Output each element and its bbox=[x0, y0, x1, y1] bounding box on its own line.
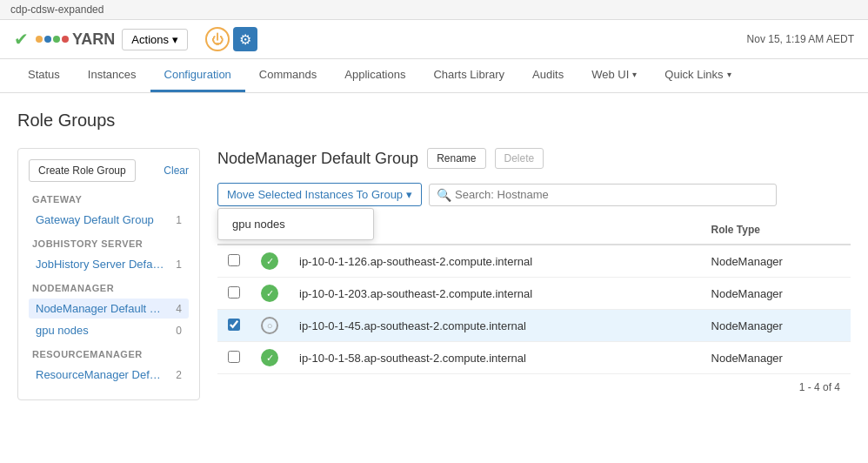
dot-4 bbox=[62, 36, 69, 43]
group-count: 1 bbox=[176, 214, 182, 226]
row-checkbox[interactable] bbox=[228, 351, 240, 363]
td-checkbox bbox=[217, 310, 250, 342]
header: ✔ YARN Actions ▾ ⏻ ⚙ Nov 15, 1:19 AM AED… bbox=[0, 20, 868, 59]
page-title: Role Groups bbox=[17, 111, 851, 131]
status-check-icon: ✔ bbox=[14, 29, 29, 50]
yarn-logo: YARN bbox=[36, 30, 115, 49]
group-name: NodeManager Default Group bbox=[36, 302, 166, 315]
th-role-type: Role Type bbox=[701, 215, 851, 245]
left-panel: Create Role Group Clear GATEWAY Gateway … bbox=[17, 148, 200, 400]
config-icon[interactable]: ⚙ bbox=[233, 27, 257, 51]
dot-2 bbox=[44, 36, 51, 43]
header-timestamp: Nov 15, 1:19 AM AEDT bbox=[747, 33, 854, 45]
right-panel: NodeManager Default Group Rename Delete … bbox=[217, 148, 851, 400]
search-box: 🔍 bbox=[429, 184, 777, 206]
td-role-type: NodeManager bbox=[701, 342, 851, 374]
toolbar: Move Selected Instances To Group ▾ 🔍 gpu… bbox=[217, 183, 851, 206]
status-icon-gray: ○ bbox=[261, 317, 278, 334]
td-role-type: NodeManager bbox=[701, 278, 851, 310]
group-count: 0 bbox=[176, 325, 182, 337]
tab-instances[interactable]: Instances bbox=[74, 59, 150, 92]
tab-web-ui[interactable]: Web UI ▾ bbox=[578, 59, 651, 92]
move-selected-button[interactable]: Move Selected Instances To Group ▾ bbox=[217, 183, 422, 206]
move-dropdown-menu: gpu nodes bbox=[217, 208, 374, 240]
dot-1 bbox=[36, 36, 43, 43]
power-icons: ⏻ ⚙ bbox=[205, 27, 257, 51]
group-item-resourcemanager-default[interactable]: ResourceManager Default Gr... 2 bbox=[29, 365, 189, 385]
table-row: ✓ ip-10-0-1-126.ap-southeast-2.compute.i… bbox=[217, 245, 851, 278]
yarn-text: YARN bbox=[72, 30, 115, 49]
yarn-icon bbox=[36, 36, 69, 43]
group-item-nodemanager-default[interactable]: NodeManager Default Group 4 bbox=[29, 299, 189, 319]
tab-quick-links[interactable]: Quick Links ▾ bbox=[651, 59, 744, 92]
clear-link[interactable]: Clear bbox=[164, 164, 189, 177]
power-icon[interactable]: ⏻ bbox=[205, 27, 230, 51]
group-name: Gateway Default Group bbox=[36, 213, 154, 226]
status-icon-green: ✓ bbox=[261, 285, 278, 302]
dot-3 bbox=[53, 36, 60, 43]
main-content: Role Groups Create Role Group Clear GATE… bbox=[0, 93, 868, 418]
top-bar: cdp-cdsw-expanded bbox=[0, 0, 868, 20]
row-checkbox[interactable] bbox=[228, 254, 240, 266]
section-header-jobhistory: JOBHISTORY SERVER bbox=[29, 238, 189, 249]
header-left: ✔ YARN Actions ▾ ⏻ ⚙ bbox=[14, 27, 747, 51]
section-header-nodemanager: NODEMANAGER bbox=[29, 283, 189, 293]
table-row: ✓ ip-10-0-1-58.ap-southeast-2.compute.in… bbox=[217, 342, 851, 374]
td-hostname: ip-10-0-1-126.ap-southeast-2.compute.int… bbox=[289, 245, 701, 278]
tab-audits[interactable]: Audits bbox=[518, 59, 578, 92]
td-hostname: ip-10-0-1-58.ap-southeast-2.compute.inte… bbox=[289, 342, 701, 374]
status-icon-green: ✓ bbox=[261, 349, 278, 366]
search-input[interactable] bbox=[455, 188, 769, 201]
table-row: ○ ip-10-0-1-45.ap-southeast-2.compute.in… bbox=[217, 310, 851, 342]
td-status: ✓ bbox=[250, 342, 289, 374]
group-name: gpu nodes bbox=[36, 324, 89, 337]
group-header: NodeManager Default Group Rename Delete bbox=[217, 148, 851, 169]
tab-configuration[interactable]: Configuration bbox=[150, 59, 245, 92]
status-icon-green: ✓ bbox=[261, 252, 278, 270]
group-item-gateway-default[interactable]: Gateway Default Group 1 bbox=[29, 210, 189, 230]
nav-tabs: Status Instances Configuration Commands … bbox=[0, 59, 868, 93]
tab-status[interactable]: Status bbox=[14, 59, 74, 92]
td-status: ○ bbox=[250, 310, 289, 342]
td-hostname: ip-10-0-1-45.ap-southeast-2.compute.inte… bbox=[289, 310, 701, 342]
td-checkbox bbox=[217, 245, 250, 278]
group-count: 2 bbox=[176, 369, 182, 381]
group-name: ResourceManager Default Gr... bbox=[36, 368, 166, 381]
section-header-gateway: GATEWAY bbox=[29, 194, 189, 205]
pagination: 1 - 4 of 4 bbox=[217, 374, 851, 400]
group-title: NodeManager Default Group bbox=[217, 150, 418, 168]
row-checkbox[interactable] bbox=[228, 319, 240, 331]
td-status: ✓ bbox=[250, 278, 289, 310]
td-role-type: NodeManager bbox=[701, 310, 851, 342]
left-panel-actions: Create Role Group Clear bbox=[29, 159, 189, 182]
tab-commands[interactable]: Commands bbox=[245, 59, 331, 92]
search-icon: 🔍 bbox=[437, 188, 451, 202]
rename-button[interactable]: Rename bbox=[427, 148, 485, 169]
dropdown-item-gpu-nodes[interactable]: gpu nodes bbox=[218, 212, 373, 236]
td-status: ✓ bbox=[250, 245, 289, 278]
table-row: ✓ ip-10-0-1-203.ap-southeast-2.compute.i… bbox=[217, 278, 851, 310]
role-groups-layout: Create Role Group Clear GATEWAY Gateway … bbox=[17, 148, 851, 400]
table-body: ✓ ip-10-0-1-126.ap-southeast-2.compute.i… bbox=[217, 245, 851, 374]
td-checkbox bbox=[217, 278, 250, 310]
group-count: 1 bbox=[176, 258, 182, 271]
section-header-resourcemanager: RESOURCEMANAGER bbox=[29, 349, 189, 359]
actions-button[interactable]: Actions ▾ bbox=[122, 29, 187, 50]
create-role-button[interactable]: Create Role Group bbox=[29, 159, 136, 182]
group-name: JobHistory Server Default Gr... bbox=[36, 258, 166, 271]
group-count: 4 bbox=[176, 303, 182, 315]
tab-charts-library[interactable]: Charts Library bbox=[419, 59, 518, 92]
group-item-jobhistory-default[interactable]: JobHistory Server Default Gr... 1 bbox=[29, 254, 189, 274]
row-checkbox[interactable] bbox=[228, 286, 240, 299]
top-bar-title: cdp-cdsw-expanded bbox=[10, 3, 103, 16]
tab-applications[interactable]: Applications bbox=[331, 59, 419, 92]
td-hostname: ip-10-0-1-203.ap-southeast-2.compute.int… bbox=[289, 278, 701, 310]
td-checkbox bbox=[217, 342, 250, 374]
group-item-gpu-nodes[interactable]: gpu nodes 0 bbox=[29, 320, 189, 340]
move-dropdown-arrow: ▾ bbox=[406, 188, 412, 201]
td-role-type: NodeManager bbox=[701, 245, 851, 278]
delete-button[interactable]: Delete bbox=[495, 148, 544, 169]
